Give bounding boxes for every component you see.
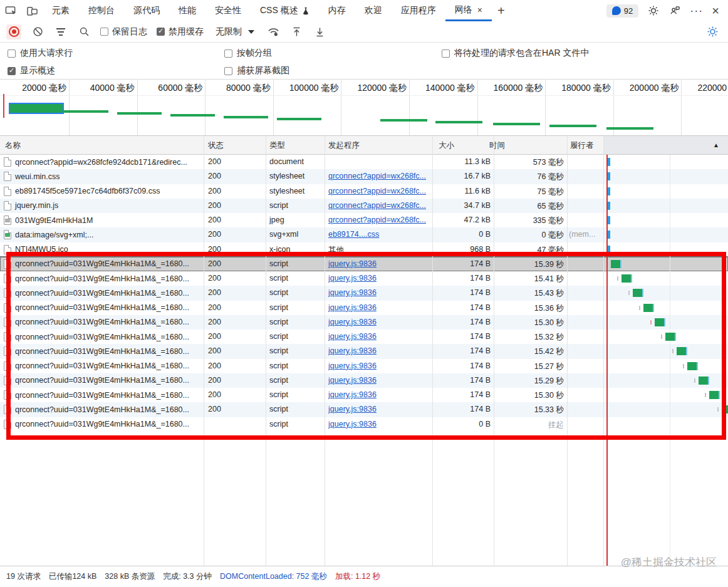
request-name[interactable]: qrconnect?uuid=031Wg9tE4mHkHa1M&_=1680..…	[15, 259, 189, 268]
request-name[interactable]: qrconnect?uuid=031Wg9tE4mHkHa1M&_=1680..…	[15, 289, 189, 298]
table-row[interactable]: qrconnect?appid=wx268fcfe924dcb171&redir…	[0, 155, 728, 169]
import-har-icon[interactable]	[289, 25, 303, 39]
table-row[interactable]: qrconnect?uuid=031Wg9tE4mHkHa1M&_=1680..…	[0, 330, 728, 344]
initiator-link[interactable]: jquery.js:9836	[328, 318, 377, 326]
request-name[interactable]: qrconnect?uuid=031Wg9tE4mHkHa1M&_=1680..…	[15, 303, 189, 312]
inspect-element-icon[interactable]	[0, 1, 21, 20]
tab-内存[interactable]: 内存	[319, 0, 355, 21]
tab-CSS 概述[interactable]: CSS 概述	[251, 0, 319, 21]
device-toolbar-icon[interactable]	[21, 1, 43, 20]
table-row[interactable]: qrconnect?uuid=031Wg9tE4mHkHa1M&_=1680..…	[0, 417, 728, 432]
table-row[interactable]: qrconnect?uuid=031Wg9tE4mHkHa1M&_=1680..…	[0, 402, 728, 417]
request-name[interactable]: qrconnect?uuid=031Wg9tE4mHkHa1M&_=1680..…	[15, 405, 189, 414]
network-conditions-icon[interactable]	[266, 25, 280, 39]
request-name[interactable]: eb891745f5ce5971ec7c64dfb6f37c09.css	[15, 187, 160, 195]
disable-cache-checkbox[interactable]: 禁用缓存	[157, 26, 204, 38]
record-network-log-button[interactable]	[6, 24, 21, 39]
tab-控制台[interactable]: 控制台	[79, 0, 124, 21]
column-header-时间[interactable]: 时间	[489, 140, 505, 151]
initiator-link[interactable]: jquery.js:9836	[328, 259, 377, 268]
request-name[interactable]: data:image/svg+xml;...	[15, 231, 93, 239]
table-row[interactable]: qrconnect?uuid=031Wg9tE4mHkHa1M&_=1680..…	[0, 301, 728, 315]
disable-cache-checkbox-box[interactable]	[157, 28, 165, 36]
initiator-link[interactable]: qrconnect?appid=wx268fc...	[328, 172, 426, 180]
close-devtools-icon[interactable]: ×	[712, 4, 719, 18]
tab-close-icon[interactable]: ×	[477, 5, 482, 15]
capture-screenshots-checkbox[interactable]: 捕获屏幕截图	[224, 65, 289, 76]
initiator-link[interactable]: qrconnect?appid=wx268fc...	[328, 187, 426, 195]
tab-性能[interactable]: 性能	[169, 0, 205, 21]
initiator-link[interactable]: jquery.js:9836	[328, 274, 377, 283]
table-row[interactable]: qrconnect?uuid=031Wg9tE4mHkHa1M&_=1680..…	[0, 359, 728, 373]
initiator-link[interactable]: jquery.js:9836	[328, 361, 377, 370]
tab-安全性[interactable]: 安全性	[205, 0, 251, 21]
initiator-link[interactable]: jquery.js:9836	[328, 420, 377, 429]
search-icon[interactable]	[77, 25, 91, 39]
table-row[interactable]: qrconnect?uuid=031Wg9tE4mHkHa1M&_=1680..…	[0, 286, 728, 300]
show-overview-box[interactable]	[8, 67, 16, 75]
group-by-frame-checkbox[interactable]: 按帧分组	[224, 48, 272, 59]
initiator-link[interactable]: jquery.js:9836	[328, 288, 377, 297]
feedback-people-icon[interactable]	[668, 4, 681, 17]
preserve-log-checkbox[interactable]: 保留日志	[100, 26, 147, 38]
capture-screenshots-box[interactable]	[224, 67, 232, 75]
tab-元素[interactable]: 元素	[43, 0, 79, 21]
sort-ascending-icon[interactable]: ▲	[713, 142, 719, 148]
network-settings-gear-icon[interactable]	[705, 25, 719, 39]
table-row[interactable]: data:image/svg+xml;...200svg+xmleb89174.…	[0, 227, 728, 242]
group-by-frame-box[interactable]	[224, 49, 232, 58]
preserve-log-checkbox-box[interactable]	[100, 28, 108, 36]
column-header-名称[interactable]: 名称	[5, 140, 21, 151]
filter-icon[interactable]	[54, 25, 68, 39]
use-large-rows-box[interactable]	[8, 49, 16, 58]
request-name[interactable]: qrconnect?uuid=031Wg9tE4mHkHa1M&_=1680..…	[15, 420, 189, 429]
initiator-link[interactable]: jquery.js:9836	[328, 332, 377, 341]
tab-网络[interactable]: 网络×	[445, 0, 492, 21]
include-har-checkbox[interactable]: 将待处理的请求包含在HAR 文件中	[442, 48, 589, 59]
request-name[interactable]: 031Wg9tE4mHkHa1M	[15, 216, 93, 225]
initiator-link[interactable]: jquery.js:9836	[328, 303, 377, 312]
clear-network-log-icon[interactable]	[31, 25, 44, 39]
request-name[interactable]: qrconnect?appid=wx268fcfe924dcb171&redir…	[15, 158, 187, 167]
request-name[interactable]: qrconnect?uuid=031Wg9tE4mHkHa1M&_=1680..…	[15, 376, 189, 385]
column-header-发起程序[interactable]: 发起程序	[328, 140, 360, 151]
table-row[interactable]: qrconnect?uuid=031Wg9tE4mHkHa1M&_=1680..…	[0, 257, 728, 271]
throttling-dropdown[interactable]: 无限制	[213, 25, 257, 39]
initiator-link[interactable]: qrconnect?appid=wx268fc...	[328, 201, 426, 210]
network-overview-timeline[interactable]: 20000 毫秒40000 毫秒60000 毫秒80000 毫秒100000 毫…	[0, 80, 728, 136]
tab-源代码[interactable]: 源代码	[124, 0, 169, 21]
column-header-类型[interactable]: 类型	[269, 140, 285, 151]
request-name[interactable]: jquery.min.js	[15, 201, 58, 210]
initiator-link[interactable]: eb89174....css	[328, 230, 379, 239]
request-name[interactable]: qrconnect?uuid=031Wg9tE4mHkHa1M&_=1680..…	[15, 347, 189, 356]
request-name[interactable]: weui.min.css	[15, 172, 60, 181]
table-row[interactable]: 031Wg9tE4mHkHa1M200jpegqrconnect?appid=w…	[0, 213, 728, 227]
export-har-icon[interactable]	[313, 25, 326, 39]
initiator-link[interactable]: qrconnect?appid=wx268fc...	[328, 216, 426, 224]
table-row[interactable]: qrconnect?uuid=031Wg9tE4mHkHa1M&_=1680..…	[0, 271, 728, 286]
more-options-icon[interactable]: ···	[690, 4, 703, 18]
settings-gear-icon[interactable]	[647, 4, 660, 17]
table-row[interactable]: jquery.min.js200scriptqrconnect?appid=wx…	[0, 199, 728, 213]
column-header-大小[interactable]: 大小	[439, 140, 454, 151]
request-name[interactable]: qrconnect?uuid=031Wg9tE4mHkHa1M&_=1680..…	[15, 361, 189, 370]
issues-badge[interactable]: 92	[606, 4, 638, 18]
table-row[interactable]: qrconnect?uuid=031Wg9tE4mHkHa1M&_=1680..…	[0, 315, 728, 330]
table-row[interactable]: eb891745f5ce5971ec7c64dfb6f37c09.css200s…	[0, 184, 728, 199]
table-row[interactable]: qrconnect?uuid=031Wg9tE4mHkHa1M&_=1680..…	[0, 344, 728, 358]
initiator-link[interactable]: jquery.js:9836	[328, 346, 377, 355]
include-har-box[interactable]	[442, 49, 450, 58]
tab-应用程序[interactable]: 应用程序	[392, 0, 445, 21]
request-name[interactable]: qrconnect?uuid=031Wg9tE4mHkHa1M&_=1680..…	[15, 391, 189, 400]
request-name[interactable]: qrconnect?uuid=031Wg9tE4mHkHa1M&_=1680..…	[15, 274, 189, 283]
initiator-link[interactable]: jquery.js:9836	[328, 390, 377, 399]
table-row[interactable]: NTI4MWU5.ico200x-icon其他968 B47 毫秒	[0, 242, 728, 257]
show-overview-checkbox[interactable]: 显示概述	[8, 65, 55, 76]
request-name[interactable]: qrconnect?uuid=031Wg9tE4mHkHa1M&_=1680..…	[15, 333, 189, 341]
table-row[interactable]: weui.min.css200stylesheetqrconnect?appid…	[0, 169, 728, 184]
initiator-link[interactable]: jquery.js:9836	[328, 405, 377, 413]
tab-欢迎[interactable]: 欢迎	[355, 0, 392, 21]
request-name[interactable]: qrconnect?uuid=031Wg9tE4mHkHa1M&_=1680..…	[15, 318, 189, 326]
use-large-rows-checkbox[interactable]: 使用大请求行	[8, 48, 73, 59]
table-row[interactable]: qrconnect?uuid=031Wg9tE4mHkHa1M&_=1680..…	[0, 373, 728, 388]
